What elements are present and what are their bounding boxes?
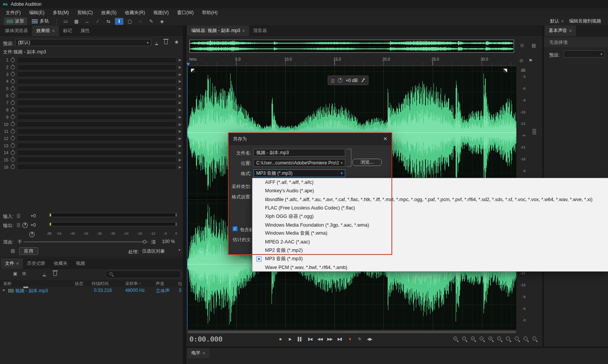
slot-arrow-icon[interactable]: ▶: [179, 79, 181, 83]
multitrack-view-button[interactable]: 多轨: [29, 17, 52, 25]
move-tool[interactable]: ↔: [83, 18, 91, 25]
workspace-menu-icon[interactable]: ≡: [561, 19, 564, 23]
slot-arrow-icon[interactable]: ▶: [179, 87, 181, 90]
output-gain-knob[interactable]: [29, 232, 35, 237]
column-header-duration[interactable]: 持续时间: [92, 281, 108, 287]
rack-slot[interactable]: 3 ▶: [0, 71, 183, 78]
rack-slot[interactable]: 8 ▶: [0, 106, 183, 114]
pause-button[interactable]: ▌▌: [296, 335, 304, 343]
rack-slot[interactable]: 14 ▶: [0, 149, 183, 156]
slot-arrow-icon[interactable]: ▶: [179, 65, 181, 69]
volume-hud[interactable]: +0 dB: [328, 76, 369, 85]
format-option[interactable]: Windows Media Foundation (*.3gp, *.aac, …: [252, 221, 608, 229]
tab-history[interactable]: 历史记录: [23, 258, 50, 269]
power-icon[interactable]: [11, 65, 15, 69]
time-ruler[interactable]: hms5.010.015.020.025.030.0: [187, 56, 516, 66]
zoom-to-selection-button[interactable]: [506, 337, 511, 342]
tab-files[interactable]: 文件≡: [1, 258, 23, 269]
fast-forward-button[interactable]: ▶▶: [325, 335, 334, 343]
es-preset-select[interactable]: ▾: [564, 50, 605, 58]
rack-slot-field[interactable]: [17, 150, 176, 156]
rack-slot-field[interactable]: [17, 135, 176, 141]
rack-slot[interactable]: 11 ▶: [0, 128, 183, 135]
media-display-icon[interactable]: ▦: [72, 18, 81, 25]
format-option[interactable]: MPEG 2-AAC (*.aac): [252, 238, 608, 246]
tab-levels[interactable]: 电平≡: [187, 348, 209, 358]
tab-properties[interactable]: 属性: [76, 26, 94, 36]
process-select[interactable]: 仅选区对象▾: [142, 248, 180, 254]
rack-slot-field[interactable]: [17, 71, 176, 77]
media-item-icon[interactable]: ▣: [13, 271, 17, 276]
rack-slot-field[interactable]: [17, 57, 176, 63]
column-header-sample-rate[interactable]: 采样率 ↑: [125, 281, 141, 287]
clock-icon[interactable]: ⊙: [519, 58, 523, 63]
rack-slot-field[interactable]: [17, 157, 176, 163]
power-icon[interactable]: [11, 158, 15, 162]
search-input[interactable]: [105, 271, 181, 278]
razor-tool[interactable]: ∕: [94, 18, 102, 25]
marker-flag-icon[interactable]: ⚑: [529, 58, 533, 63]
rewind-button[interactable]: ◀◀: [315, 335, 324, 343]
fade-in-handle[interactable]: [191, 69, 195, 72]
slot-arrow-icon[interactable]: ▶: [179, 108, 181, 112]
rack-slot[interactable]: 16 ▶: [0, 163, 183, 171]
menu-item[interactable]: 编辑(E): [25, 8, 49, 17]
paintbrush-tool[interactable]: ✎: [147, 18, 155, 25]
power-icon[interactable]: [11, 108, 15, 112]
rack-slot-field[interactable]: [17, 93, 176, 98]
slot-arrow-icon[interactable]: ▶: [179, 58, 181, 62]
favorite-icon[interactable]: ★: [174, 39, 179, 45]
new-folder-icon[interactable]: ⊞: [22, 271, 26, 276]
mix-slider-handle[interactable]: [143, 240, 146, 243]
rack-slot[interactable]: 4 ▶: [0, 78, 183, 85]
apply-button[interactable]: 应用: [19, 247, 38, 255]
zoom-in-button[interactable]: +: [453, 337, 459, 342]
format-option[interactable]: Wave PCM (*.wav, *.bwf, *.rf64, *.amb): [252, 263, 608, 272]
format-option[interactable]: libsndfile (*.aifc, *.aiff, *.au, *.avr,…: [252, 195, 608, 204]
overview-menu-icon[interactable]: ▤: [532, 43, 536, 48]
horizontal-scrollbar-thumb[interactable]: [188, 331, 516, 333]
power-icon[interactable]: [11, 143, 15, 148]
tab-mixer[interactable]: 混音器: [249, 26, 271, 36]
rack-slot[interactable]: 1 ▶: [0, 56, 183, 64]
filename-input[interactable]: 视频 - 副本.mp3: [254, 149, 345, 156]
time-selection-tool[interactable]: I: [115, 18, 123, 25]
rack-slot[interactable]: 9 ▶: [0, 114, 183, 121]
pin-icon[interactable]: [361, 78, 365, 83]
menu-item[interactable]: 剪辑(C): [73, 8, 97, 17]
spot-healing-brush-tool[interactable]: ◈: [158, 18, 166, 25]
menu-item[interactable]: 多轨(M): [49, 8, 73, 17]
play-button[interactable]: ▶: [286, 335, 294, 343]
delete-preset-icon[interactable]: [164, 40, 168, 45]
close-icon[interactable]: ×: [383, 135, 387, 143]
dialog-titlebar[interactable]: 另存为 ×: [229, 134, 391, 145]
marquee-selection-tool[interactable]: ▢: [126, 18, 134, 25]
rack-slot-field[interactable]: [17, 100, 176, 106]
overview-strip[interactable]: [189, 40, 514, 53]
rack-slot-field[interactable]: [17, 164, 176, 170]
zoom-in-amplitude-button[interactable]: +: [488, 337, 494, 342]
power-icon[interactable]: [11, 151, 15, 155]
tab-editor[interactable]: 编辑器: 视频 - 副本.mp3≡: [187, 26, 249, 36]
rack-slot-field[interactable]: [17, 114, 176, 120]
move-to-next-button[interactable]: ▶▮: [335, 335, 344, 343]
power-icon[interactable]: [11, 58, 15, 62]
rack-slot[interactable]: 10 ▶: [0, 121, 183, 128]
menu-item[interactable]: 视图(V): [149, 8, 173, 17]
move-to-previous-button[interactable]: ▮◀: [306, 335, 314, 343]
slot-arrow-icon[interactable]: ▶: [179, 165, 181, 169]
tab-video[interactable]: 视频: [72, 258, 89, 269]
monitor-icon[interactable]: ▭: [61, 18, 70, 25]
rack-slot[interactable]: 7 ▶: [0, 99, 183, 106]
power-icon[interactable]: [11, 72, 15, 76]
skip-selection-button[interactable]: ◀▶: [365, 335, 374, 343]
column-header-bit-depth[interactable]: 位: [178, 281, 182, 287]
record-button[interactable]: ●: [345, 335, 354, 343]
zoom-out-amplitude-button[interactable]: −: [497, 337, 503, 342]
slot-arrow-icon[interactable]: ▶: [179, 101, 181, 105]
column-header-status[interactable]: 状态: [75, 281, 83, 287]
input-gain-knob[interactable]: [22, 222, 28, 228]
rack-slot-field[interactable]: [17, 143, 176, 148]
format-option[interactable]: Windows Media 音频 (*.wma): [252, 229, 608, 238]
workspace-switcher[interactable]: 默认≡: [550, 18, 564, 24]
